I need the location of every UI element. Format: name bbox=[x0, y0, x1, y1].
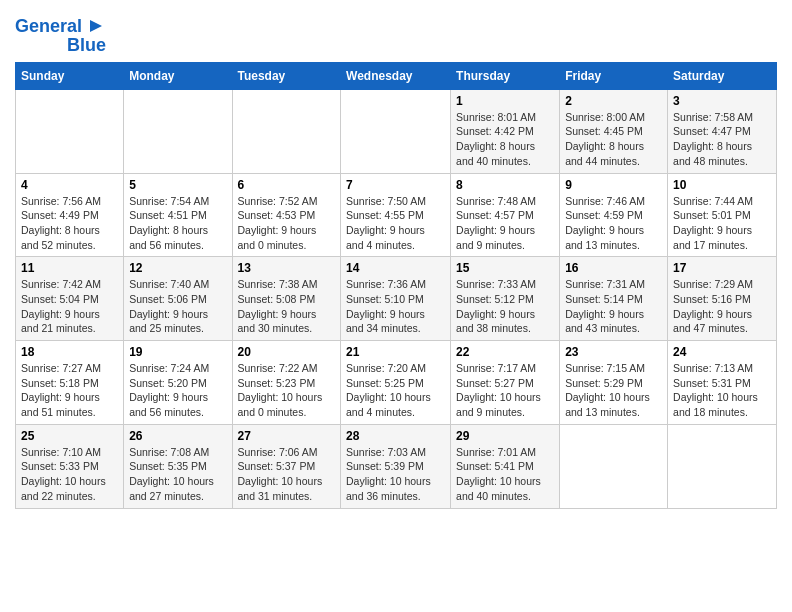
calendar-cell: 29Sunrise: 7:01 AM Sunset: 5:41 PM Dayli… bbox=[451, 424, 560, 508]
day-number: 17 bbox=[673, 261, 771, 275]
day-info: Sunrise: 7:46 AM Sunset: 4:59 PM Dayligh… bbox=[565, 194, 662, 253]
day-number: 22 bbox=[456, 345, 554, 359]
day-info: Sunrise: 7:36 AM Sunset: 5:10 PM Dayligh… bbox=[346, 277, 445, 336]
calendar-cell: 22Sunrise: 7:17 AM Sunset: 5:27 PM Dayli… bbox=[451, 341, 560, 425]
calendar-cell: 11Sunrise: 7:42 AM Sunset: 5:04 PM Dayli… bbox=[16, 257, 124, 341]
day-info: Sunrise: 7:58 AM Sunset: 4:47 PM Dayligh… bbox=[673, 110, 771, 169]
day-info: Sunrise: 7:17 AM Sunset: 5:27 PM Dayligh… bbox=[456, 361, 554, 420]
day-info: Sunrise: 7:56 AM Sunset: 4:49 PM Dayligh… bbox=[21, 194, 118, 253]
header-day: Saturday bbox=[668, 62, 777, 89]
day-number: 21 bbox=[346, 345, 445, 359]
header-day: Thursday bbox=[451, 62, 560, 89]
day-info: Sunrise: 7:24 AM Sunset: 5:20 PM Dayligh… bbox=[129, 361, 226, 420]
calendar-week-row: 11Sunrise: 7:42 AM Sunset: 5:04 PM Dayli… bbox=[16, 257, 777, 341]
header-day: Sunday bbox=[16, 62, 124, 89]
calendar-cell: 6Sunrise: 7:52 AM Sunset: 4:53 PM Daylig… bbox=[232, 173, 341, 257]
calendar-week-row: 18Sunrise: 7:27 AM Sunset: 5:18 PM Dayli… bbox=[16, 341, 777, 425]
calendar-cell: 26Sunrise: 7:08 AM Sunset: 5:35 PM Dayli… bbox=[124, 424, 232, 508]
day-number: 8 bbox=[456, 178, 554, 192]
day-info: Sunrise: 7:33 AM Sunset: 5:12 PM Dayligh… bbox=[456, 277, 554, 336]
svg-marker-0 bbox=[90, 20, 102, 32]
day-number: 18 bbox=[21, 345, 118, 359]
calendar-week-row: 25Sunrise: 7:10 AM Sunset: 5:33 PM Dayli… bbox=[16, 424, 777, 508]
day-info: Sunrise: 7:50 AM Sunset: 4:55 PM Dayligh… bbox=[346, 194, 445, 253]
calendar-cell: 2Sunrise: 8:00 AM Sunset: 4:45 PM Daylig… bbox=[560, 89, 668, 173]
day-info: Sunrise: 7:52 AM Sunset: 4:53 PM Dayligh… bbox=[238, 194, 336, 253]
calendar-cell: 3Sunrise: 7:58 AM Sunset: 4:47 PM Daylig… bbox=[668, 89, 777, 173]
calendar-cell: 20Sunrise: 7:22 AM Sunset: 5:23 PM Dayli… bbox=[232, 341, 341, 425]
calendar-cell: 12Sunrise: 7:40 AM Sunset: 5:06 PM Dayli… bbox=[124, 257, 232, 341]
day-number: 7 bbox=[346, 178, 445, 192]
header-row: SundayMondayTuesdayWednesdayThursdayFrid… bbox=[16, 62, 777, 89]
calendar-cell: 9Sunrise: 7:46 AM Sunset: 4:59 PM Daylig… bbox=[560, 173, 668, 257]
day-number: 26 bbox=[129, 429, 226, 443]
calendar-cell: 28Sunrise: 7:03 AM Sunset: 5:39 PM Dayli… bbox=[341, 424, 451, 508]
day-info: Sunrise: 7:44 AM Sunset: 5:01 PM Dayligh… bbox=[673, 194, 771, 253]
calendar-cell: 27Sunrise: 7:06 AM Sunset: 5:37 PM Dayli… bbox=[232, 424, 341, 508]
day-number: 20 bbox=[238, 345, 336, 359]
day-info: Sunrise: 7:27 AM Sunset: 5:18 PM Dayligh… bbox=[21, 361, 118, 420]
day-number: 27 bbox=[238, 429, 336, 443]
day-info: Sunrise: 7:06 AM Sunset: 5:37 PM Dayligh… bbox=[238, 445, 336, 504]
day-info: Sunrise: 8:00 AM Sunset: 4:45 PM Dayligh… bbox=[565, 110, 662, 169]
header-day: Wednesday bbox=[341, 62, 451, 89]
day-info: Sunrise: 7:15 AM Sunset: 5:29 PM Dayligh… bbox=[565, 361, 662, 420]
day-info: Sunrise: 7:48 AM Sunset: 4:57 PM Dayligh… bbox=[456, 194, 554, 253]
calendar-cell: 10Sunrise: 7:44 AM Sunset: 5:01 PM Dayli… bbox=[668, 173, 777, 257]
day-info: Sunrise: 7:54 AM Sunset: 4:51 PM Dayligh… bbox=[129, 194, 226, 253]
header-day: Tuesday bbox=[232, 62, 341, 89]
calendar-cell bbox=[16, 89, 124, 173]
day-number: 23 bbox=[565, 345, 662, 359]
calendar-cell: 21Sunrise: 7:20 AM Sunset: 5:25 PM Dayli… bbox=[341, 341, 451, 425]
day-info: Sunrise: 7:40 AM Sunset: 5:06 PM Dayligh… bbox=[129, 277, 226, 336]
calendar-table: SundayMondayTuesdayWednesdayThursdayFrid… bbox=[15, 62, 777, 509]
logo: General Blue bbox=[15, 14, 106, 56]
calendar-cell: 7Sunrise: 7:50 AM Sunset: 4:55 PM Daylig… bbox=[341, 173, 451, 257]
day-info: Sunrise: 7:29 AM Sunset: 5:16 PM Dayligh… bbox=[673, 277, 771, 336]
day-number: 19 bbox=[129, 345, 226, 359]
logo-icon bbox=[86, 16, 106, 36]
day-number: 25 bbox=[21, 429, 118, 443]
calendar-cell: 8Sunrise: 7:48 AM Sunset: 4:57 PM Daylig… bbox=[451, 173, 560, 257]
day-number: 4 bbox=[21, 178, 118, 192]
day-number: 15 bbox=[456, 261, 554, 275]
day-number: 2 bbox=[565, 94, 662, 108]
day-number: 16 bbox=[565, 261, 662, 275]
logo-blue-text: Blue bbox=[67, 36, 106, 56]
day-number: 1 bbox=[456, 94, 554, 108]
calendar-week-row: 4Sunrise: 7:56 AM Sunset: 4:49 PM Daylig… bbox=[16, 173, 777, 257]
day-info: Sunrise: 7:22 AM Sunset: 5:23 PM Dayligh… bbox=[238, 361, 336, 420]
day-number: 9 bbox=[565, 178, 662, 192]
calendar-cell bbox=[232, 89, 341, 173]
day-info: Sunrise: 7:08 AM Sunset: 5:35 PM Dayligh… bbox=[129, 445, 226, 504]
calendar-cell bbox=[560, 424, 668, 508]
day-number: 13 bbox=[238, 261, 336, 275]
page-header: General Blue bbox=[15, 10, 777, 56]
day-info: Sunrise: 7:42 AM Sunset: 5:04 PM Dayligh… bbox=[21, 277, 118, 336]
calendar-cell: 25Sunrise: 7:10 AM Sunset: 5:33 PM Dayli… bbox=[16, 424, 124, 508]
day-number: 3 bbox=[673, 94, 771, 108]
header-day: Monday bbox=[124, 62, 232, 89]
calendar-cell: 17Sunrise: 7:29 AM Sunset: 5:16 PM Dayli… bbox=[668, 257, 777, 341]
calendar-cell: 16Sunrise: 7:31 AM Sunset: 5:14 PM Dayli… bbox=[560, 257, 668, 341]
calendar-cell: 24Sunrise: 7:13 AM Sunset: 5:31 PM Dayli… bbox=[668, 341, 777, 425]
day-number: 29 bbox=[456, 429, 554, 443]
calendar-cell: 13Sunrise: 7:38 AM Sunset: 5:08 PM Dayli… bbox=[232, 257, 341, 341]
day-number: 28 bbox=[346, 429, 445, 443]
day-number: 12 bbox=[129, 261, 226, 275]
day-info: Sunrise: 7:31 AM Sunset: 5:14 PM Dayligh… bbox=[565, 277, 662, 336]
calendar-cell: 1Sunrise: 8:01 AM Sunset: 4:42 PM Daylig… bbox=[451, 89, 560, 173]
day-number: 24 bbox=[673, 345, 771, 359]
day-info: Sunrise: 7:38 AM Sunset: 5:08 PM Dayligh… bbox=[238, 277, 336, 336]
day-number: 6 bbox=[238, 178, 336, 192]
day-info: Sunrise: 7:01 AM Sunset: 5:41 PM Dayligh… bbox=[456, 445, 554, 504]
calendar-cell: 23Sunrise: 7:15 AM Sunset: 5:29 PM Dayli… bbox=[560, 341, 668, 425]
calendar-cell: 18Sunrise: 7:27 AM Sunset: 5:18 PM Dayli… bbox=[16, 341, 124, 425]
day-info: Sunrise: 7:03 AM Sunset: 5:39 PM Dayligh… bbox=[346, 445, 445, 504]
day-number: 14 bbox=[346, 261, 445, 275]
day-info: Sunrise: 7:13 AM Sunset: 5:31 PM Dayligh… bbox=[673, 361, 771, 420]
calendar-cell bbox=[668, 424, 777, 508]
logo-general: General bbox=[15, 17, 82, 37]
day-number: 5 bbox=[129, 178, 226, 192]
calendar-cell bbox=[124, 89, 232, 173]
